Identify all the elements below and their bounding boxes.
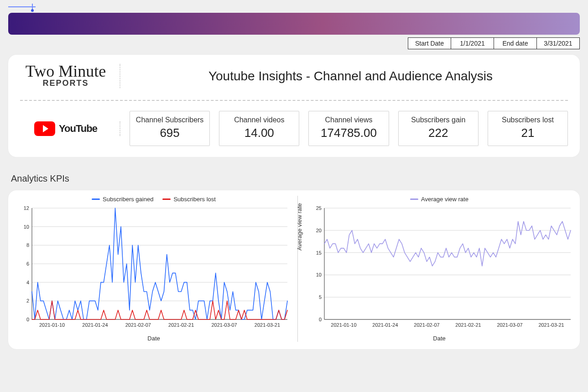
end-date-value[interactable]: 3/31/2021: [536, 37, 580, 49]
chart-view-rate-svg[interactable]: 05101520252021-01-102021-01-242021-02-07…: [302, 205, 576, 333]
svg-text:6: 6: [26, 261, 29, 267]
svg-text:2021-02-21: 2021-02-21: [455, 322, 481, 328]
svg-text:10: 10: [316, 272, 322, 278]
metric-label: Channel Subscribers: [133, 116, 207, 124]
svg-text:20: 20: [316, 228, 322, 233]
chart-subscribers-svg[interactable]: 0246810122021-01-102021-01-242021-02-072…: [15, 205, 293, 333]
metric-label: Channel views: [312, 116, 385, 124]
legend-item-gained: Subscribers gained: [92, 196, 153, 203]
metric-value: 695: [133, 126, 207, 140]
svg-text:2021-01-24: 2021-01-24: [372, 322, 398, 328]
youtube-logo-block: YouTube: [20, 121, 120, 136]
svg-text:2021-02-07: 2021-02-07: [414, 322, 439, 328]
svg-text:2021-01-10: 2021-01-10: [331, 322, 356, 328]
metric-subscribers-gain: Subscribers gain 222: [398, 111, 479, 146]
chart-subscribers: Subscribers gained Subscribers lost 0246…: [15, 196, 298, 342]
date-range-row: Start Date 1/1/2021 End date 3/31/2021: [8, 37, 580, 49]
svg-text:10: 10: [24, 224, 29, 230]
brand-logo: Two Minute REPORTS: [20, 64, 120, 88]
svg-text:2021-03-07: 2021-03-07: [497, 322, 522, 328]
metric-value: 174785.00: [312, 126, 385, 140]
x-axis-label: Date: [302, 335, 576, 342]
svg-text:4: 4: [26, 280, 29, 285]
legend-swatch-purple: [410, 199, 418, 200]
start-date-label: Start Date: [408, 37, 451, 49]
legend-label: Subscribers lost: [173, 196, 215, 203]
svg-text:0: 0: [26, 317, 29, 322]
svg-text:8: 8: [26, 243, 29, 248]
svg-text:5: 5: [319, 295, 322, 300]
svg-text:2: 2: [26, 298, 29, 304]
legend-item-avg: Average view rate: [410, 196, 468, 203]
svg-text:2021-03-21: 2021-03-21: [538, 322, 564, 328]
page-title: Youtube Insights - Channel and Audience …: [133, 69, 568, 84]
legend-label: Average view rate: [421, 196, 468, 203]
gradient-banner: [8, 13, 580, 35]
header-card: Two Minute REPORTS Youtube Insights - Ch…: [8, 55, 580, 157]
metric-value: 222: [401, 126, 475, 140]
svg-text:25: 25: [316, 205, 322, 211]
metric-channel-subscribers: Channel Subscribers 695: [130, 111, 210, 146]
legend-item-lost: Subscribers lost: [162, 196, 215, 203]
metric-channel-views: Channel views 174785.00: [308, 111, 389, 146]
svg-text:15: 15: [316, 250, 322, 256]
svg-text:0: 0: [319, 317, 322, 322]
sheet-selection-marker: [16, 6, 580, 9]
metric-label: Subscribers gain: [401, 116, 475, 124]
section-title-analytics: Analytics KPIs: [11, 173, 580, 184]
youtube-icon-label: YouTube: [59, 123, 97, 135]
metric-channel-videos: Channel videos 14.00: [219, 111, 299, 146]
metric-value: 21: [491, 126, 565, 140]
svg-text:2021-01-24: 2021-01-24: [82, 322, 108, 328]
svg-text:2021-02-21: 2021-02-21: [168, 322, 194, 328]
svg-text:2021-03-21: 2021-03-21: [255, 322, 280, 328]
svg-text:2021-03-07: 2021-03-07: [211, 322, 237, 328]
metric-label: Subscribers lost: [491, 116, 565, 124]
y-axis-label: Average view rate: [296, 204, 303, 251]
youtube-icon: [34, 121, 55, 136]
charts-card: Subscribers gained Subscribers lost 0246…: [8, 190, 580, 349]
metric-label: Channel videos: [222, 116, 296, 124]
svg-text:2021-01-10: 2021-01-10: [39, 322, 65, 328]
start-date-value[interactable]: 1/1/2021: [451, 37, 494, 49]
legend-swatch-blue: [92, 199, 100, 200]
brand-line1: Two Minute: [20, 64, 111, 78]
end-date-label: End date: [494, 37, 537, 49]
legend-swatch-red: [162, 199, 171, 200]
svg-text:12: 12: [24, 205, 29, 211]
metric-value: 14.00: [222, 126, 296, 140]
svg-text:2021-02-07: 2021-02-07: [125, 322, 151, 328]
x-axis-label: Date: [15, 335, 293, 342]
legend-label: Subscribers gained: [103, 196, 153, 203]
chart-view-rate: Average view rate Average view rate 0510…: [298, 196, 576, 342]
metric-subscribers-lost: Subscribers lost 21: [488, 111, 568, 146]
